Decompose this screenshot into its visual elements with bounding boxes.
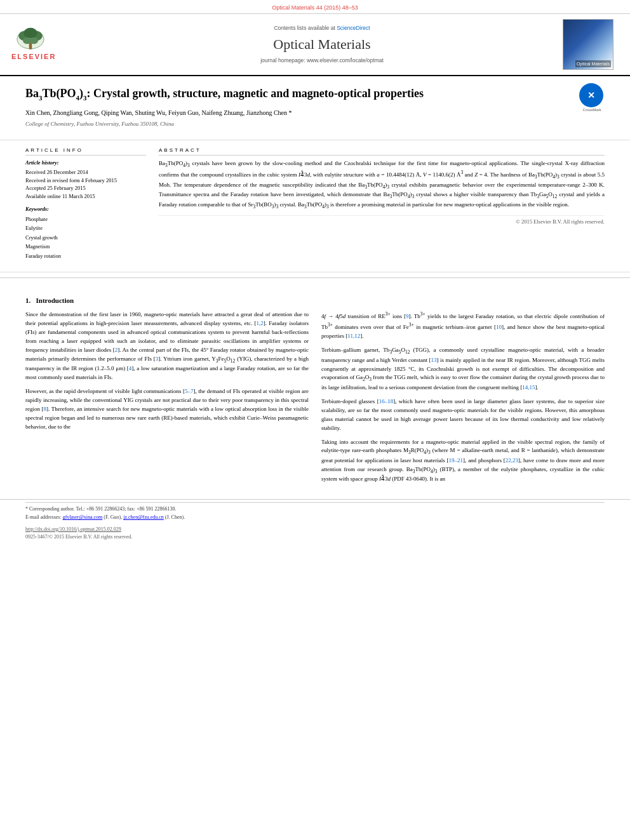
ref-11-12[interactable]: 11,12 xyxy=(347,333,360,339)
ref-3[interactable]: 3 xyxy=(156,356,159,362)
authors: Xin Chen, Zhongliang Gong, Qiping Wan, S… xyxy=(25,109,573,117)
ref-22-23[interactable]: 22,23 xyxy=(506,457,518,463)
main-content: 1. Introduction Since the demonstration … xyxy=(0,283,630,499)
sciencedirect-link[interactable]: ScienceDirect xyxy=(337,25,370,31)
elsevier-tree-icon xyxy=(11,27,50,51)
keyword-4: Magnetism xyxy=(25,242,146,251)
keywords-label: Keywords: xyxy=(25,206,146,213)
ref-5-7[interactable]: 5–7 xyxy=(185,388,194,394)
intro-para-1: Since the demonstration of the first las… xyxy=(25,310,309,382)
intro-heading: 1. Introduction xyxy=(25,296,605,305)
ref-2[interactable]: 2 xyxy=(115,347,118,353)
body-col-right: 4f → 4f5d transition of RE3+ ions [9]. T… xyxy=(321,310,605,489)
received-date: Received 26 December 2014 xyxy=(25,168,146,177)
doi-link[interactable]: http://dx.doi.org/10.1016/j.optmat.2015.… xyxy=(25,526,121,532)
ref-1[interactable]: 1,2 xyxy=(257,320,264,326)
svg-point-6 xyxy=(29,37,38,44)
ref-10[interactable]: 10 xyxy=(496,324,502,330)
body-right-para-3: Terbium-doped glasses [16–18], which hav… xyxy=(321,397,605,433)
keywords-group: Keywords: Phosphate Eulytite Crystal gro… xyxy=(25,206,146,260)
copyright-notice: © 2015 Elsevier B.V. All rights reserved… xyxy=(159,215,605,226)
body-right-para-4: Taking into account the requirements for… xyxy=(321,438,605,484)
ref-19-21[interactable]: 19–21 xyxy=(449,457,464,463)
body-right-para-1: 4f → 4f5d transition of RE3+ ions [9]. T… xyxy=(321,310,605,341)
journal-title: Optical Materials xyxy=(88,35,556,55)
ref-13[interactable]: 13 xyxy=(431,357,437,363)
footnote-star: * Corresponding author. Tel.: +86 591 22… xyxy=(25,505,605,512)
abstract-text: Ba3Tb(PO4)3 crystals have been grown by … xyxy=(159,159,605,210)
journal-info: Contents lists available at ScienceDirec… xyxy=(88,19,556,70)
section-divider xyxy=(0,277,630,278)
email-link-2[interactable]: jz.chen@fzu.edu.cn xyxy=(123,514,164,520)
email-link-1[interactable]: gfylaser@xina.com xyxy=(63,514,103,520)
journal-homepage: journal homepage: www.elsevier.com/locat… xyxy=(88,57,556,65)
affiliation: College of Chemistry, Fuzhou University,… xyxy=(25,120,573,128)
ref-4[interactable]: 4 xyxy=(129,365,132,371)
article-info-label: ARTICLE INFO xyxy=(25,147,146,156)
top-banner: Optical Materials 44 (2015) 48–53 xyxy=(0,0,630,14)
contents-available: Contents lists available at ScienceDirec… xyxy=(88,25,556,32)
crossmark-icon: ✕ xyxy=(579,83,603,107)
keyword-1: Phosphate xyxy=(25,215,146,223)
available-date: Available online 11 March 2015 xyxy=(25,192,146,201)
body-right-para-2: Terbium–gallium garnet, Tb3Ga5O12 (TGG),… xyxy=(321,346,605,392)
journal-cover-area: Optical Materials xyxy=(556,19,620,70)
publisher-logo-area: ELSEVIER xyxy=(5,19,88,70)
footer-links-area: http://dx.doi.org/10.1016/j.optmat.2015.… xyxy=(25,525,605,533)
body-col-left: Since the demonstration of the first las… xyxy=(25,310,309,489)
issn-line: 0925-3467/© 2015 Elsevier B.V. All right… xyxy=(25,533,605,540)
journal-header: ELSEVIER Contents lists available at Sci… xyxy=(0,14,630,76)
intro-para-2: However, as the rapid development of vis… xyxy=(25,387,309,432)
body-two-columns: Since the demonstration of the first las… xyxy=(25,310,605,489)
article-title: Ba3Tb(PO4)3: Crystal growth, structure, … xyxy=(25,86,573,102)
ref-14-15[interactable]: 14,15 xyxy=(522,384,535,390)
journal-cover-image: Optical Materials xyxy=(563,19,613,70)
abstract-column: ABSTRACT Ba3Tb(PO4)3 crystals have been … xyxy=(159,147,605,265)
article-history: Article history: Received 26 December 20… xyxy=(25,159,146,201)
ref-8[interactable]: 8 xyxy=(44,406,47,412)
revised-date: Received in revised form 4 February 2015 xyxy=(25,177,146,185)
ref-16-18[interactable]: 16–18 xyxy=(379,398,394,404)
abstract-label: ABSTRACT xyxy=(159,147,605,156)
crossmark-badge: ✕ CrossMark xyxy=(579,83,605,109)
footer-divider xyxy=(25,502,605,503)
article-info-abstract: ARTICLE INFO Article history: Received 2… xyxy=(0,140,630,272)
article-header: Ba3Tb(PO4)3: Crystal growth, structure, … xyxy=(0,76,630,140)
keyword-5: Faraday rotation xyxy=(25,251,146,260)
keyword-3: Crystal growth xyxy=(25,233,146,242)
svg-point-4 xyxy=(23,28,37,39)
keyword-2: Eulytite xyxy=(25,223,146,232)
elsevier-logo: ELSEVIER xyxy=(11,27,81,62)
journal-ref: Optical Materials 44 (2015) 48–53 xyxy=(272,4,358,11)
article-info-column: ARTICLE INFO Article history: Received 2… xyxy=(25,147,146,265)
accepted-date: Accepted 25 February 2015 xyxy=(25,184,146,192)
footnote-email: E-mail addresses: gfylaser@xina.com (F. … xyxy=(25,514,605,521)
cover-label: Optical Materials xyxy=(575,60,611,68)
history-label: Article history: xyxy=(25,159,146,167)
ref-9[interactable]: 9 xyxy=(406,313,409,319)
footer: * Corresponding author. Tel.: +86 591 22… xyxy=(0,499,630,543)
elsevier-text: ELSEVIER xyxy=(11,52,56,62)
